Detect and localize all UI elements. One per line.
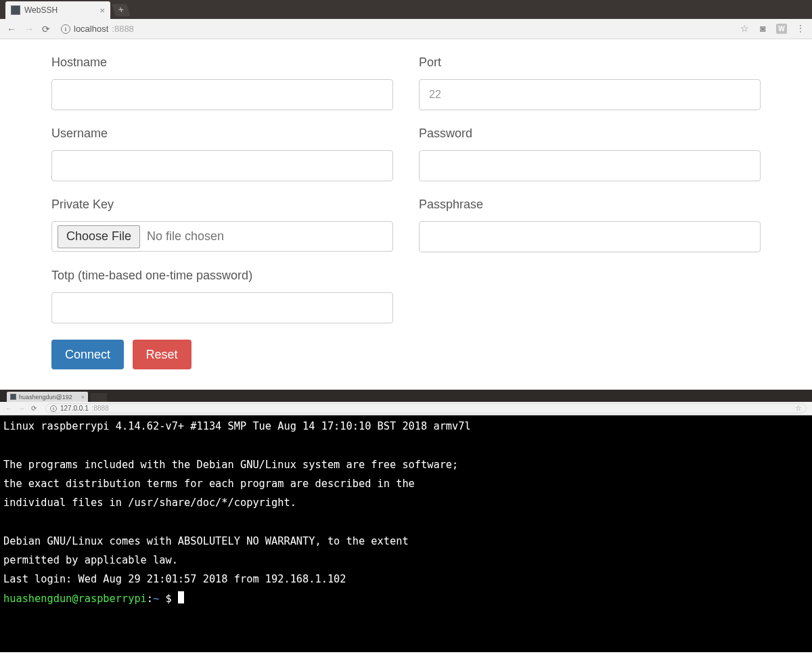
form-page: Hostname Port Username Password Private … — [0, 39, 812, 390]
forward-icon-2[interactable]: → — [18, 405, 25, 412]
empty-spacer — [419, 269, 761, 323]
privatekey-file-input[interactable]: Choose File No file chosen — [51, 221, 393, 252]
tab-title-2: huashengdun@192 — [19, 394, 72, 401]
tab-strip: WebSSH × + — [0, 0, 812, 19]
passphrase-label: Passphrase — [419, 198, 761, 212]
bookmark-star-icon[interactable]: ☆ — [740, 24, 750, 34]
back-icon[interactable]: ← — [7, 24, 16, 35]
hostname-group: Hostname — [51, 55, 393, 110]
tab-favicon-2 — [10, 394, 16, 400]
totp-input[interactable] — [51, 292, 393, 323]
tab-strip-2: huashengdun@192 × — [0, 390, 812, 402]
terminal-line: Linux raspberrypi 4.14.62-v7+ #1134 SMP … — [3, 420, 471, 432]
terminal-line: permitted by applicable law. — [3, 554, 178, 566]
back-icon-2[interactable]: ← — [5, 405, 12, 412]
button-row: Connect Reset — [51, 340, 761, 369]
totp-group: Totp (time-based one-time password) — [51, 269, 393, 323]
port-input[interactable] — [419, 79, 761, 110]
connect-button[interactable]: Connect — [51, 340, 124, 369]
url-port: :8888 — [112, 24, 134, 34]
url-host-2: 127.0.0.1 — [60, 405, 89, 412]
bookmark-star-icon-2[interactable]: ☆ — [795, 404, 802, 413]
tab-favicon — [11, 5, 20, 15]
extension-badge[interactable]: W — [776, 24, 787, 34]
forward-icon[interactable]: → — [24, 24, 34, 35]
browser-window-terminal: huashengdun@192 × ← → ⟳ i 127.0.0.1:8888… — [0, 390, 812, 652]
username-input[interactable] — [51, 150, 393, 181]
terminal-cursor — [178, 591, 184, 603]
passphrase-group: Passphrase — [419, 198, 761, 252]
hostname-label: Hostname — [51, 55, 393, 70]
terminal-line: the exact distribution terms for each pr… — [3, 478, 415, 490]
terminal-output[interactable]: Linux raspberrypi 4.14.62-v7+ #1134 SMP … — [0, 415, 812, 652]
username-group: Username — [51, 127, 393, 181]
password-label: Password — [419, 127, 761, 141]
tab-title: WebSSH — [24, 5, 58, 15]
browser-window-form: WebSSH × + ← → ⟳ i localhost:8888 ☆ ◙ W … — [0, 0, 812, 390]
browser-tab[interactable]: WebSSH × — [5, 1, 110, 19]
password-group: Password — [419, 127, 761, 181]
address-bar[interactable]: i localhost:8888 — [61, 24, 134, 34]
password-input[interactable] — [419, 150, 761, 181]
terminal-line: Last login: Wed Aug 29 21:01:57 2018 fro… — [3, 573, 346, 585]
terminal-line: Debian GNU/Linux comes with ABSOLUTELY N… — [3, 535, 409, 547]
hostname-input[interactable] — [51, 79, 393, 110]
menu-icon[interactable]: ⋮ — [795, 24, 805, 34]
url-host: localhost — [74, 24, 108, 34]
site-info-icon[interactable]: i — [61, 24, 70, 34]
username-label: Username — [51, 127, 393, 141]
port-group: Port — [419, 55, 761, 110]
privatekey-group: Private Key Choose File No file chosen — [51, 198, 393, 252]
browser-toolbar-2: ← → ⟳ i 127.0.0.1:8888 ☆ — [0, 402, 812, 415]
reload-icon-2[interactable]: ⟳ — [31, 405, 37, 412]
reset-button[interactable]: Reset — [133, 340, 191, 369]
prompt-user-host: huashengdun@raspberrypi — [3, 593, 147, 605]
file-status-text: No file chosen — [147, 229, 224, 244]
choose-file-button[interactable]: Choose File — [58, 225, 140, 248]
terminal-line: individual files in /usr/share/doc/*/cop… — [3, 497, 296, 509]
prompt-sep: : — [147, 593, 153, 605]
site-info-icon-2[interactable]: i — [50, 405, 57, 412]
toolbar-right: ☆ ◙ W ⋮ — [740, 24, 805, 34]
terminal-line: The programs included with the Debian GN… — [3, 459, 458, 471]
new-tab-button-2[interactable] — [91, 393, 107, 402]
camera-icon[interactable]: ◙ — [758, 24, 768, 34]
address-bar-2[interactable]: i 127.0.0.1:8888 ☆ — [45, 403, 807, 413]
prompt-dollar: $ — [159, 593, 178, 605]
port-label: Port — [419, 55, 761, 70]
browser-tab-2[interactable]: huashengdun@192 × — [7, 392, 88, 402]
close-icon-2[interactable]: × — [81, 394, 85, 401]
passphrase-input[interactable] — [419, 221, 761, 252]
new-tab-button[interactable]: + — [112, 4, 131, 16]
url-port-2: :8888 — [92, 405, 109, 412]
totp-label: Totp (time-based one-time password) — [51, 269, 393, 283]
close-icon[interactable]: × — [99, 5, 105, 16]
privatekey-label: Private Key — [51, 198, 393, 212]
browser-toolbar: ← → ⟳ i localhost:8888 ☆ ◙ W ⋮ — [0, 19, 812, 39]
reload-icon[interactable]: ⟳ — [42, 24, 50, 35]
prompt-path: ~ — [153, 593, 159, 605]
